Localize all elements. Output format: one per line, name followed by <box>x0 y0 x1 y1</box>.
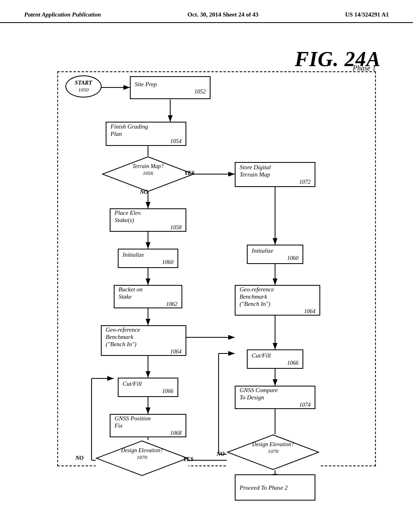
cut-fill-right-box: Cut/Fill 1066 <box>247 349 303 369</box>
cut-fill-left-box: Cut/Fill 1066 <box>118 378 178 397</box>
initialize-right-label: Initialize <box>252 247 273 254</box>
gnss-compare-box: GNSS CompareTo Design 1074 <box>235 386 315 409</box>
start-node: START 1050 <box>65 75 102 98</box>
finish-grading-label: Finish GradingPlan <box>111 123 148 137</box>
gnss-position-num: 1068 <box>170 430 181 436</box>
cut-fill-right-label: Cut/Fill <box>252 352 271 359</box>
cut-fill-left-num: 1066 <box>162 388 173 395</box>
place-elev-label: Place Elev.Stake(s) <box>115 209 142 224</box>
cut-fill-left-label: Cut/Fill <box>123 380 142 387</box>
design-elev-left-diamond: Design Elevation? 1070 <box>96 440 188 476</box>
initialize-right-box: Initialize 1060 <box>247 245 303 264</box>
design-elev-right-diamond: Design Elevation? 1070 <box>227 434 319 470</box>
bucket-on-stake-box: Bucket onStake 1062 <box>114 285 182 308</box>
phase-border <box>57 71 376 466</box>
design-elev-left-yes-label: YES <box>183 456 194 463</box>
finish-grading-num: 1054 <box>170 138 181 145</box>
site-prep-box: Site Prep 1052 <box>130 76 211 99</box>
initialize-left-box: Initialize 1060 <box>118 249 178 268</box>
gnss-position-label: GNSS PositionFix <box>115 415 151 429</box>
bucket-label: Bucket onStake <box>119 286 143 300</box>
start-label: START <box>75 80 92 87</box>
store-digital-label: Store DigitalTerrain Map <box>240 164 271 178</box>
bucket-num: 1062 <box>166 301 177 308</box>
geo-ref-left-box: Geo-referenceBenchmark("Bench In") 1064 <box>101 325 186 356</box>
terrain-map-label: Terrain Map? <box>132 163 164 169</box>
terrain-map-num: 1056 <box>143 170 153 176</box>
page-header: Patent Application Publication Oct. 30, … <box>0 0 413 23</box>
phase-label: Phase 1 <box>353 64 376 73</box>
initialize-right-num: 1060 <box>287 255 298 262</box>
proceed-to-phase-box: Proceed To Phase 2 <box>235 474 315 501</box>
design-elev-right-num: 1070 <box>268 448 278 454</box>
store-digital-box: Store DigitalTerrain Map 1072 <box>235 162 315 187</box>
place-elev-num: 1058 <box>170 224 181 231</box>
geo-ref-left-num: 1064 <box>170 349 181 355</box>
gnss-compare-label: GNSS CompareTo Design <box>240 387 278 401</box>
geo-ref-left-label: Geo-referenceBenchmark("Bench In") <box>106 326 140 348</box>
cut-fill-right-num: 1066 <box>287 360 298 366</box>
main-content: FIG. 24A Phase 1 <box>0 23 413 507</box>
header-right: US 14/324291 A1 <box>345 11 389 18</box>
start-num: 1050 <box>78 87 89 93</box>
terrain-map-diamond: Terrain Map? 1056 <box>102 156 194 192</box>
terrain-no-label: NO <box>140 189 148 195</box>
store-digital-num: 1072 <box>299 179 311 185</box>
header-left: Patent Application Publication <box>24 11 101 18</box>
initialize-left-label: Initialize <box>123 251 144 258</box>
initialize-left-num: 1060 <box>162 259 173 266</box>
design-elev-right-no-label: NO <box>217 451 225 457</box>
flowchart: Phase 1 <box>33 47 380 490</box>
design-elev-left-num: 1070 <box>137 454 147 460</box>
finish-grading-box: Finish GradingPlan 1054 <box>106 122 186 146</box>
design-elev-left-no-label: NO <box>75 455 83 461</box>
header-center: Oct. 30, 2014 Sheet 24 of 43 <box>188 11 259 18</box>
place-elev-box: Place Elev.Stake(s) 1058 <box>110 208 186 232</box>
gnss-position-box: GNSS PositionFix 1068 <box>110 414 186 437</box>
site-prep-label: Site Prep <box>135 81 157 88</box>
site-prep-num: 1052 <box>194 89 206 95</box>
gnss-compare-num: 1074 <box>299 402 311 408</box>
geo-ref-right-label: Geo-referenceBenchmark("Bench In") <box>240 286 274 308</box>
geo-ref-right-box: Geo-referenceBenchmark("Bench In") 1064 <box>235 285 320 316</box>
design-elev-right-label: Design Elevation? <box>252 441 294 447</box>
terrain-yes-label: YES <box>184 170 195 177</box>
design-elev-left-label: Design Elevation? <box>121 447 163 453</box>
proceed-label: Proceed To Phase 2 <box>240 484 288 491</box>
geo-ref-right-num: 1064 <box>304 308 315 315</box>
